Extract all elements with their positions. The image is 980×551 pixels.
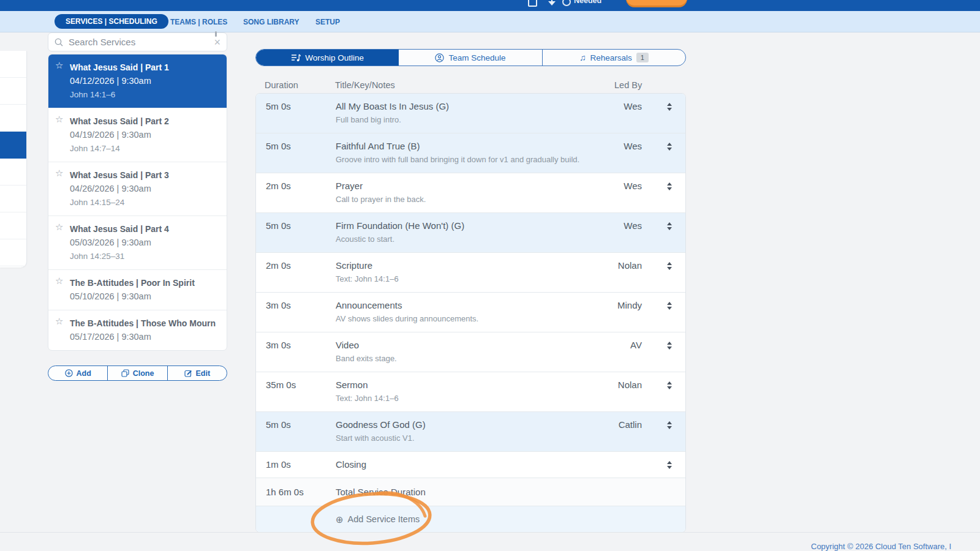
needed-status-icon[interactable] [562,0,571,6]
edit-service-button[interactable]: Edit [167,366,227,380]
item-note: Groove intro with full band bringing it … [336,154,593,166]
add-service-button[interactable]: Add [48,366,107,380]
reorder-handle-icon[interactable] [663,259,676,285]
reorder-handle-icon[interactable] [663,418,676,444]
service-item-row[interactable]: 1m 0s Closing [256,451,685,478]
item-led-by: Wes [593,140,642,166]
service-scripture: John 14:7–14 [70,143,219,155]
edit-pencil-icon [184,369,192,377]
reorder-handle-icon[interactable] [663,219,676,246]
clear-search-icon[interactable]: × [210,37,221,48]
item-led-by: Wes [593,100,642,126]
item-led-by: Wes [593,219,642,246]
reorder-handle-icon[interactable] [663,140,676,166]
reorder-handle-icon[interactable] [663,378,676,405]
calendar-icon[interactable] [528,0,537,7]
left-panel-row[interactable] [0,105,26,132]
reorder-handle-icon[interactable] [663,179,676,206]
service-scripture: John 14:15–24 [70,197,219,209]
total-duration-value: 1h 6m 0s [266,485,336,498]
favorite-star-icon[interactable]: ☆ [55,276,63,287]
left-panel-row[interactable] [0,186,26,212]
tab-worship-outline[interactable]: Worship Outline [256,50,399,66]
reorder-handle-icon[interactable] [663,458,676,471]
item-note: Full band big intro. [336,114,593,126]
service-item[interactable]: ☆ The B-Attitudes | Poor In Spirit 05/10… [48,269,227,310]
service-item[interactable]: ☆ What Jesus Said | Part 4 05/03/2026 | … [48,216,227,269]
search-services-input[interactable] [67,36,210,48]
reorder-handle-icon[interactable] [663,100,676,126]
favorite-star-icon[interactable]: ☆ [55,114,63,125]
column-header-title: Title/Key/Notes [335,80,395,90]
service-item[interactable]: ☆ What Jesus Said | Part 3 04/26/2026 | … [48,162,227,216]
notifications-arrow-icon [548,1,556,6]
services-list: ☆ What Jesus Said | Part 1 04/12/2026 | … [48,54,227,351]
tab-rehearsals[interactable]: ♫ Rehearsals 1 [542,50,685,66]
clone-service-button[interactable]: Clone [107,366,167,380]
left-panel-row[interactable] [0,78,26,105]
nav-tab-song-library[interactable]: SONG LIBRARY [243,11,300,32]
reorder-handle-icon[interactable] [663,299,676,325]
item-title: Scripture [336,259,593,272]
service-datetime: 05/17/2026 | 9:30am [70,331,219,343]
left-panel-row[interactable] [0,212,26,239]
nav-tab-teams-roles[interactable]: TEAMS | ROLES [170,11,227,32]
person-circle-icon [435,53,444,62]
service-scripture: John 14:1–6 [70,89,219,101]
service-item-row[interactable]: 5m 0s All My Boast Is In Jesus (G)Full b… [256,94,685,133]
service-item-row[interactable]: 5m 0s Goodness Of God (G)Start with acou… [256,411,685,451]
service-item[interactable]: ☆ What Jesus Said | Part 2 04/19/2026 | … [48,108,227,162]
search-icon [55,38,63,47]
left-panel-row[interactable] [0,239,26,266]
service-actions-bar: Add Clone Edit [48,365,227,381]
service-item-row[interactable]: 3m 0s AnnouncementsAV shows slides durin… [256,292,685,332]
copyright-link[interactable]: Copyright © 2026 Cloud Ten Software, I [811,542,951,551]
left-panel-row[interactable] [0,51,26,78]
service-item-row[interactable]: 5m 0s Firm Foundation (He Won't) (G)Acou… [256,212,685,252]
item-note: Band exits stage. [336,353,593,365]
service-datetime: 04/19/2026 | 9:30am [70,129,219,141]
item-duration: 3m 0s [266,339,336,365]
needed-label[interactable]: Needed [574,0,601,5]
left-cutoff-panel [0,51,27,268]
plus-circle-icon: ⊕ [336,515,344,524]
add-service-items-button[interactable]: ⊕ Add Service Items [336,514,685,524]
service-item-row[interactable]: 5m 0s Faithful And True (B)Groove intro … [256,133,685,173]
favorite-star-icon[interactable]: ☆ [55,168,63,179]
nav-tab-setup[interactable]: SETUP [315,11,340,32]
setlist-icon [291,53,301,62]
service-item-row[interactable]: 3m 0s VideoBand exits stage. AV [256,332,685,372]
item-note: Text: John 14:1–6 [336,392,593,405]
item-title: Prayer [336,179,593,192]
favorite-star-icon[interactable]: ☆ [55,60,63,71]
item-title: Sermon [336,378,593,391]
primary-action-button[interactable] [626,0,687,7]
footer-divider [0,532,980,533]
item-duration: 3m 0s [266,299,336,325]
clone-service-label: Clone [133,369,154,378]
service-item[interactable]: ☆ What Jesus Said | Part 1 04/12/2026 | … [48,54,227,108]
item-led-by: Nolan [593,259,642,285]
service-item-row[interactable]: 2m 0s PrayerCall to prayer in the back. … [256,173,685,212]
tab-team-schedule[interactable]: Team Schedule [399,50,541,66]
service-title: What Jesus Said | Part 3 [70,169,219,181]
service-item[interactable]: ☆ The B-Attitudes | Those Who Mourn 05/1… [48,310,227,350]
favorite-star-icon[interactable]: ☆ [55,222,63,233]
edit-service-label: Edit [196,369,211,378]
search-services-box: × [48,32,227,51]
service-datetime: 04/12/2026 | 9:30am [70,75,219,88]
nav-tab-services-scheduling[interactable]: SERVICES | SCHEDULING [55,14,168,29]
left-panel-row[interactable] [0,159,26,186]
service-item-row[interactable]: 35m 0s SermonText: John 14:1–6 Nolan [256,372,685,411]
item-led-by: Catlin [593,418,642,444]
left-panel-row-selected[interactable] [0,132,26,159]
item-led-by [593,458,642,471]
item-duration: 2m 0s [266,179,336,206]
item-title: Goodness Of God (G) [336,418,593,431]
favorite-star-icon[interactable]: ☆ [55,316,63,327]
item-title: All My Boast Is In Jesus (G) [336,100,593,113]
top-app-bar: Needed [0,0,980,11]
service-datetime: 05/10/2026 | 9:30am [70,290,219,303]
service-item-row[interactable]: 2m 0s ScriptureText: John 14:1–6 Nolan [256,252,685,292]
reorder-handle-icon[interactable] [663,339,676,365]
